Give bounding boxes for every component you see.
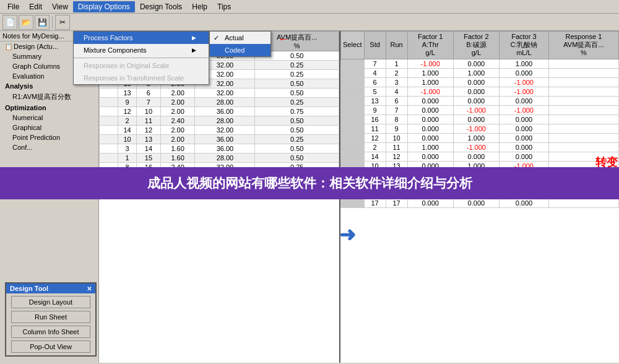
table-row: 14120.0000.0000.000 [341, 152, 619, 161]
checkmark-icon: ✓ [214, 34, 219, 42]
close-icon[interactable]: ✕ [87, 285, 92, 292]
sidebar-item-conf[interactable]: Conf... [0, 142, 98, 152]
sidebar-item-point-prediction[interactable]: Point Prediction [0, 132, 98, 142]
table-row: 12100.0001.0000.000 [341, 133, 619, 142]
design-tool-title: Design Tool ✕ [6, 284, 95, 293]
table-row: 1151.6028.000.50 [100, 154, 339, 163]
col-factor1: Factor 1A:Thrg/L [407, 32, 453, 59]
sidebar-item-r1[interactable]: R1:AVM提高百分数 [0, 91, 98, 103]
table-row: 54-1.0000.000-1.000 [341, 87, 619, 96]
table-row: 1680.0000.0000.000 [341, 115, 619, 124]
table-row: 1360.0000.0000.000 [341, 96, 619, 105]
sidebar-item-graphical[interactable]: Graphical [0, 123, 98, 132]
menu-file[interactable]: File [2, 1, 24, 12]
menu-item-mixture-components[interactable]: Mixture Components ▶ [74, 44, 209, 56]
table-row: 14122.0032.000.50 [100, 126, 339, 135]
toolbar-new[interactable]: 📄 [2, 15, 17, 30]
big-right-arrow: ➜ [339, 223, 356, 246]
toolbar-cut[interactable]: ✂ [55, 15, 70, 30]
menu-item-process-factors[interactable]: Process Factors ▶ [74, 32, 209, 44]
menu-view[interactable]: View [47, 1, 73, 12]
col-select: Select [341, 32, 365, 59]
table-row: 71-1.0000.0001.000 [341, 59, 619, 68]
run-sheet-button[interactable]: Run Sheet [11, 311, 90, 323]
sidebar-item-numerical[interactable]: Numerical [0, 113, 98, 123]
submenu-arrow-icon2: ▶ [192, 47, 196, 53]
menu-design-tools[interactable]: Design Tools [135, 1, 187, 12]
col-response1: Response 1AVM提高百...% [548, 32, 618, 59]
menu-item-responses-transformed: Responses in Transformed Scale [74, 72, 209, 84]
table-row: 1190.000-1.0000.000 [341, 124, 619, 133]
design-layout-button[interactable]: Design Layout [11, 296, 90, 308]
table-row: 972.0028.000.25 [100, 98, 339, 107]
table-row: 12102.0036.000.75 [100, 107, 339, 116]
menubar: File Edit View Display Options Design To… [0, 0, 619, 14]
column-info-sheet-button[interactable]: Column Info Sheet [11, 326, 90, 338]
menu-tips[interactable]: Tips [212, 1, 236, 12]
col-factor2: Factor 2B:碳源g/L [453, 32, 499, 59]
table-row: 421.0001.0000.000 [341, 68, 619, 77]
col-run: Run [386, 32, 407, 59]
display-options-menu[interactable]: Process Factors ▶ Mixture Components ▶ R… [73, 31, 209, 85]
table-row: 970.000-1.000-1.000 [341, 105, 619, 115]
menu-item-responses-original: Responses in Original Scale [74, 59, 209, 72]
table-row: 631.0000.000-1.000 [341, 77, 619, 87]
table-row: 3141.6036.000.50 [100, 144, 339, 154]
menu-edit[interactable]: Edit [24, 1, 47, 12]
table-row: 2112.4028.000.50 [100, 116, 339, 126]
design-tool-panel: Design Tool ✕ Design Layout Run Sheet Co… [5, 282, 97, 357]
banner: 成品人视频的网站有哪些软件：相关软件详细介绍与分析 [0, 167, 619, 199]
table-row: 2111.000-1.0000.000 [341, 142, 619, 152]
menu-display-options[interactable]: Display Options [73, 1, 135, 12]
table-row: 10132.0036.000.25 [100, 135, 339, 144]
table-row: 1362.0032.000.50 [100, 89, 339, 98]
menu-help[interactable]: Help [187, 1, 212, 12]
toolbar-save[interactable]: 💾 [35, 15, 50, 30]
menu-item-actual[interactable]: ✓ Actual ← [210, 32, 271, 44]
table-row: 17170.0000.0000.000 [341, 198, 619, 207]
pop-out-view-button[interactable]: Pop-Out View [11, 340, 90, 353]
toolbar-open[interactable]: 📂 [19, 15, 33, 30]
menu-item-coded[interactable]: Coded [210, 44, 271, 56]
submenu-arrow-icon: ▶ [192, 35, 196, 41]
col-factor3: Factor 3C:乳酸钠mL/L [499, 32, 548, 59]
toolbar: 📄 📂 💾 ✂ [0, 14, 619, 31]
col-std: Std [364, 32, 386, 59]
sidebar-item-optimization[interactable]: Optimization [0, 103, 98, 113]
process-factors-submenu[interactable]: ✓ Actual ← Coded [209, 31, 271, 57]
